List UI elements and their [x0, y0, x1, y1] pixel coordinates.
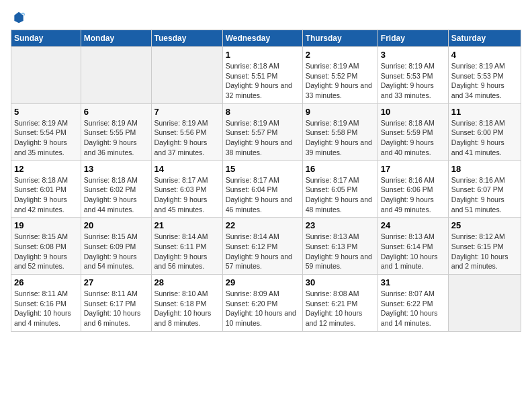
calendar-cell: 22Sunrise: 8:14 AM Sunset: 6:12 PM Dayli… — [222, 218, 302, 275]
calendar-cell: 19Sunrise: 8:15 AM Sunset: 6:08 PM Dayli… — [11, 218, 81, 275]
calendar-cell: 29Sunrise: 8:09 AM Sunset: 6:20 PM Dayli… — [222, 275, 302, 332]
day-info: Sunrise: 8:18 AM Sunset: 5:59 PM Dayligh… — [381, 118, 445, 158]
day-info: Sunrise: 8:09 AM Sunset: 6:20 PM Dayligh… — [226, 289, 300, 328]
day-number: 23 — [306, 220, 375, 230]
calendar-cell: 25Sunrise: 8:12 AM Sunset: 6:15 PM Dayli… — [448, 218, 521, 275]
day-info: Sunrise: 8:18 AM Sunset: 6:01 PM Dayligh… — [14, 175, 78, 215]
day-info: Sunrise: 8:19 AM Sunset: 5:52 PM Dayligh… — [306, 61, 375, 101]
calendar-cell: 23Sunrise: 8:13 AM Sunset: 6:13 PM Dayli… — [302, 218, 378, 275]
day-info: Sunrise: 8:19 AM Sunset: 5:54 PM Dayligh… — [14, 118, 78, 158]
week-row-1: 1Sunrise: 8:18 AM Sunset: 5:51 PM Daylig… — [11, 47, 521, 104]
calendar-cell: 2Sunrise: 8:19 AM Sunset: 5:52 PM Daylig… — [302, 47, 378, 104]
calendar-cell: 16Sunrise: 8:17 AM Sunset: 6:05 PM Dayli… — [302, 161, 378, 218]
calendar-cell: 30Sunrise: 8:08 AM Sunset: 6:21 PM Dayli… — [302, 275, 378, 332]
day-header-saturday: Saturday — [448, 30, 521, 47]
page-header — [11, 11, 521, 24]
day-number: 5 — [14, 107, 78, 117]
day-info: Sunrise: 8:18 AM Sunset: 5:51 PM Dayligh… — [226, 61, 300, 101]
day-info: Sunrise: 8:10 AM Sunset: 6:18 PM Dayligh… — [154, 289, 220, 328]
week-row-5: 26Sunrise: 8:11 AM Sunset: 6:16 PM Dayli… — [11, 275, 521, 332]
calendar-cell: 10Sunrise: 8:18 AM Sunset: 5:59 PM Dayli… — [378, 103, 448, 161]
day-number: 24 — [381, 220, 445, 230]
week-row-2: 5Sunrise: 8:19 AM Sunset: 5:54 PM Daylig… — [11, 103, 521, 161]
day-info: Sunrise: 8:19 AM Sunset: 5:53 PM Dayligh… — [451, 61, 518, 101]
day-info: Sunrise: 8:19 AM Sunset: 5:58 PM Dayligh… — [306, 118, 375, 158]
day-number: 12 — [14, 164, 78, 174]
day-header-tuesday: Tuesday — [151, 30, 222, 47]
day-number: 18 — [451, 164, 518, 174]
calendar-cell: 6Sunrise: 8:19 AM Sunset: 5:55 PM Daylig… — [81, 103, 151, 161]
day-number: 30 — [306, 277, 375, 287]
day-info: Sunrise: 8:14 AM Sunset: 6:11 PM Dayligh… — [154, 232, 220, 271]
calendar-cell: 17Sunrise: 8:16 AM Sunset: 6:06 PM Dayli… — [378, 161, 448, 218]
day-info: Sunrise: 8:08 AM Sunset: 6:21 PM Dayligh… — [306, 289, 375, 328]
day-info: Sunrise: 8:19 AM Sunset: 5:56 PM Dayligh… — [154, 118, 220, 158]
day-header-thursday: Thursday — [302, 30, 378, 47]
day-number: 20 — [84, 220, 148, 230]
calendar-cell: 24Sunrise: 8:13 AM Sunset: 6:14 PM Dayli… — [378, 218, 448, 275]
day-number: 26 — [14, 277, 78, 287]
calendar-cell: 3Sunrise: 8:19 AM Sunset: 5:53 PM Daylig… — [378, 47, 448, 104]
calendar-cell: 9Sunrise: 8:19 AM Sunset: 5:58 PM Daylig… — [302, 103, 378, 161]
days-header-row: SundayMondayTuesdayWednesdayThursdayFrid… — [11, 30, 521, 47]
day-info: Sunrise: 8:16 AM Sunset: 6:07 PM Dayligh… — [451, 175, 518, 215]
calendar-cell: 8Sunrise: 8:19 AM Sunset: 5:57 PM Daylig… — [222, 103, 302, 161]
calendar-cell: 13Sunrise: 8:18 AM Sunset: 6:02 PM Dayli… — [81, 161, 151, 218]
day-info: Sunrise: 8:12 AM Sunset: 6:15 PM Dayligh… — [451, 232, 518, 271]
day-info: Sunrise: 8:16 AM Sunset: 6:06 PM Dayligh… — [381, 175, 445, 215]
day-info: Sunrise: 8:19 AM Sunset: 5:53 PM Dayligh… — [381, 61, 445, 101]
day-number: 16 — [306, 164, 375, 174]
day-number: 27 — [84, 277, 148, 287]
day-number: 15 — [226, 164, 300, 174]
day-number: 21 — [154, 220, 220, 230]
day-number: 2 — [306, 50, 375, 60]
day-header-wednesday: Wednesday — [222, 30, 302, 47]
day-header-sunday: Sunday — [11, 30, 81, 47]
day-info: Sunrise: 8:14 AM Sunset: 6:12 PM Dayligh… — [226, 232, 300, 271]
day-number: 31 — [381, 277, 445, 287]
calendar-cell — [81, 47, 151, 104]
day-number: 11 — [451, 107, 518, 117]
day-info: Sunrise: 8:17 AM Sunset: 6:05 PM Dayligh… — [306, 175, 375, 215]
calendar-cell — [151, 47, 222, 104]
week-row-3: 12Sunrise: 8:18 AM Sunset: 6:01 PM Dayli… — [11, 161, 521, 218]
calendar-cell: 15Sunrise: 8:17 AM Sunset: 6:04 PM Dayli… — [222, 161, 302, 218]
day-number: 9 — [306, 107, 375, 117]
day-number: 7 — [154, 107, 220, 117]
calendar-cell: 18Sunrise: 8:16 AM Sunset: 6:07 PM Dayli… — [448, 161, 521, 218]
day-info: Sunrise: 8:19 AM Sunset: 5:57 PM Dayligh… — [226, 118, 300, 158]
day-number: 3 — [381, 50, 445, 60]
day-info: Sunrise: 8:15 AM Sunset: 6:08 PM Dayligh… — [14, 232, 78, 271]
calendar-table: SundayMondayTuesdayWednesdayThursdayFrid… — [11, 30, 521, 332]
calendar-cell: 1Sunrise: 8:18 AM Sunset: 5:51 PM Daylig… — [222, 47, 302, 104]
day-info: Sunrise: 8:19 AM Sunset: 5:55 PM Dayligh… — [84, 118, 148, 158]
day-number: 8 — [226, 107, 300, 117]
day-info: Sunrise: 8:11 AM Sunset: 6:16 PM Dayligh… — [14, 289, 78, 328]
calendar-cell: 5Sunrise: 8:19 AM Sunset: 5:54 PM Daylig… — [11, 103, 81, 161]
day-number: 13 — [84, 164, 148, 174]
logo — [11, 11, 27, 24]
day-number: 6 — [84, 107, 148, 117]
day-number: 22 — [226, 220, 300, 230]
calendar-cell — [448, 275, 521, 332]
calendar-cell: 12Sunrise: 8:18 AM Sunset: 6:01 PM Dayli… — [11, 161, 81, 218]
calendar-cell: 26Sunrise: 8:11 AM Sunset: 6:16 PM Dayli… — [11, 275, 81, 332]
day-number: 25 — [451, 220, 518, 230]
day-info: Sunrise: 8:07 AM Sunset: 6:22 PM Dayligh… — [381, 289, 445, 328]
day-info: Sunrise: 8:17 AM Sunset: 6:04 PM Dayligh… — [226, 175, 300, 215]
calendar-cell: 4Sunrise: 8:19 AM Sunset: 5:53 PM Daylig… — [448, 47, 521, 104]
day-number: 4 — [451, 50, 518, 60]
logo-icon — [12, 11, 26, 24]
calendar-cell: 7Sunrise: 8:19 AM Sunset: 5:56 PM Daylig… — [151, 103, 222, 161]
week-row-4: 19Sunrise: 8:15 AM Sunset: 6:08 PM Dayli… — [11, 218, 521, 275]
day-number: 29 — [226, 277, 300, 287]
day-number: 1 — [226, 50, 300, 60]
calendar-cell: 31Sunrise: 8:07 AM Sunset: 6:22 PM Dayli… — [378, 275, 448, 332]
day-info: Sunrise: 8:11 AM Sunset: 6:17 PM Dayligh… — [84, 289, 148, 328]
day-number: 19 — [14, 220, 78, 230]
calendar-cell: 20Sunrise: 8:15 AM Sunset: 6:09 PM Dayli… — [81, 218, 151, 275]
day-number: 17 — [381, 164, 445, 174]
day-number: 28 — [154, 277, 220, 287]
calendar-cell: 27Sunrise: 8:11 AM Sunset: 6:17 PM Dayli… — [81, 275, 151, 332]
day-number: 14 — [154, 164, 220, 174]
